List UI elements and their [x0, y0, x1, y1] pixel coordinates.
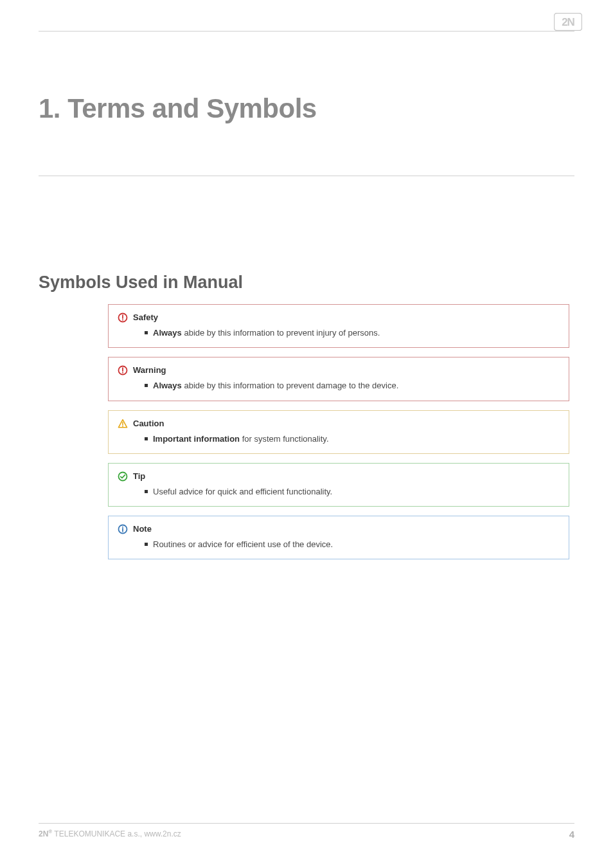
callout-safety-body: Always abide by this information to prev…: [118, 327, 560, 339]
svg-point-12: [122, 527, 123, 528]
callout-caution-title: Caution: [133, 417, 164, 430]
footer-rest: TELEKOMUNIKACE a.s., www.2n.cz: [52, 829, 181, 838]
callout-note: Note Routines or advice for efficient us…: [108, 516, 569, 559]
svg-text:2N: 2N: [562, 16, 574, 28]
page-number: 4: [569, 829, 574, 840]
callout-caution-body-bold: Important information: [153, 434, 240, 444]
callout-note-header: Note: [118, 523, 560, 536]
page-title: 1. Terms and Symbols: [39, 93, 574, 124]
check-circle-icon: [118, 471, 128, 482]
callout-warning-body-text: abide by this information to prevent dam…: [182, 381, 398, 390]
error-circle-icon: [118, 365, 128, 375]
footer-rule: [39, 823, 574, 824]
page-footer: 2N® TELEKOMUNIKACE a.s., www.2n.cz 4: [39, 823, 574, 840]
callouts-container: Safety Always abide by this information …: [108, 304, 569, 559]
callout-note-body-text: Routines or advice for efficient use of …: [153, 539, 333, 549]
footer-company: 2N® TELEKOMUNIKACE a.s., www.2n.cz: [39, 829, 181, 840]
callout-tip-title: Tip: [133, 470, 145, 483]
callout-tip-body: Useful advice for quick and efficient fu…: [118, 485, 560, 498]
callout-safety-title: Safety: [133, 311, 158, 324]
callout-caution-body-text: for system functionality.: [240, 434, 328, 444]
callout-tip-body-text: Useful advice for quick and efficient fu…: [153, 487, 332, 496]
callout-safety-body-text: abide by this information to prevent inj…: [182, 328, 380, 338]
callout-caution: Caution Important information for system…: [108, 410, 569, 454]
callout-tip: Tip Useful advice for quick and efficien…: [108, 463, 569, 507]
warning-triangle-icon: [118, 419, 128, 429]
svg-point-9: [122, 426, 123, 427]
svg-point-7: [122, 372, 123, 374]
section-title: Symbols Used in Manual: [39, 273, 574, 293]
callout-safety-header: Safety: [118, 311, 560, 324]
callout-note-title: Note: [133, 523, 152, 536]
callout-warning-header: Warning: [118, 364, 560, 377]
header-rule: [39, 31, 574, 32]
footer-company-name: 2N: [39, 829, 48, 838]
callout-safety-body-bold: Always: [153, 328, 182, 338]
callout-note-body: Routines or advice for efficient use of …: [118, 538, 560, 551]
callout-warning-body-bold: Always: [153, 381, 182, 390]
callout-warning-title: Warning: [133, 364, 166, 377]
callout-warning: Warning Always abide by this information…: [108, 357, 569, 401]
title-rule: [39, 176, 574, 176]
callout-tip-header: Tip: [118, 470, 560, 483]
info-circle-icon: [118, 524, 128, 534]
brand-logo-svg: 2N: [554, 13, 582, 31]
callout-caution-header: Caution: [118, 417, 560, 430]
svg-point-10: [119, 472, 127, 480]
callout-safety: Safety Always abide by this information …: [108, 304, 569, 348]
callout-caution-body: Important information for system functio…: [118, 433, 560, 446]
svg-point-4: [122, 319, 123, 320]
error-circle-icon: [118, 312, 128, 323]
brand-logo: 2N: [554, 13, 582, 31]
callout-warning-body: Always abide by this information to prev…: [118, 379, 560, 392]
